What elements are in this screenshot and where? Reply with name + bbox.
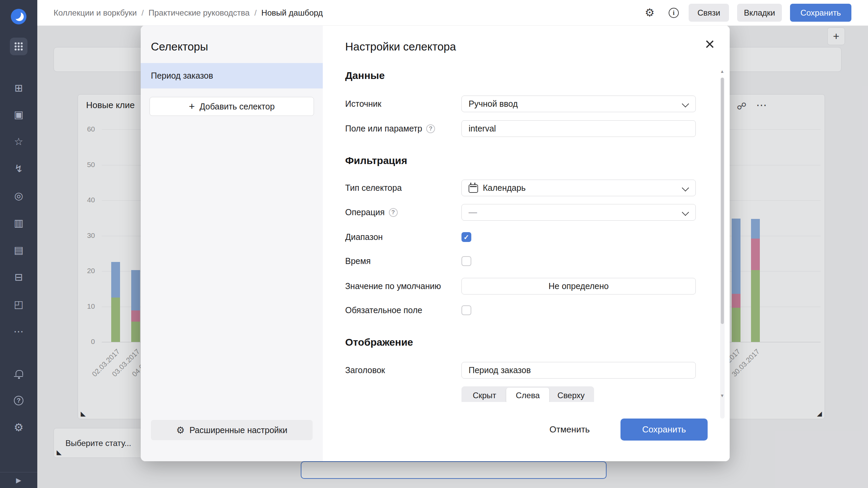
storage-icon[interactable]: ◰ <box>0 298 37 311</box>
source-select-value: Ручной ввод <box>469 99 518 109</box>
help-icon[interactable]: ? <box>389 208 398 217</box>
selector-type-select-value: Календарь <box>483 183 526 193</box>
scroll-down-icon[interactable]: ▼ <box>718 393 726 398</box>
advanced-settings-button[interactable]: ⚙ Расширенные настройки <box>151 420 313 440</box>
param-input-value: interval <box>469 124 496 134</box>
selectors-panel: Селекторы Период заказов + Добавить селе… <box>141 25 323 461</box>
time-checkbox[interactable]: ✓ <box>461 256 471 266</box>
save-selector-button-label: Сохранить <box>642 424 686 435</box>
param-label: Поле или параметр ? <box>345 120 435 137</box>
title-input-value: Период заказов <box>469 365 531 375</box>
datalens-logo-icon[interactable] <box>11 9 26 24</box>
range-label: Диапазон <box>345 229 383 245</box>
param-label-text: Поле или параметр <box>345 124 422 134</box>
operation-select-value: — <box>469 207 477 217</box>
services-icon[interactable]: ↯ <box>0 162 37 176</box>
required-label-text: Обязательное поле <box>345 305 422 315</box>
default-value-label: Значение по умолчанию <box>345 278 441 294</box>
breadcrumb-dashboard-title: Новый дашборд <box>261 8 323 18</box>
title-field-label-text: Заголовок <box>345 365 385 375</box>
placement-option-top[interactable]: Сверху <box>549 388 593 403</box>
range-checkbox[interactable]: ✓ <box>461 232 471 242</box>
favorites-icon[interactable]: ☆ <box>0 135 37 148</box>
chevron-down-icon <box>682 184 689 191</box>
more-icon[interactable]: ⋯ <box>0 325 37 338</box>
notifications-bell-icon[interactable] <box>16 370 23 376</box>
charts-icon[interactable]: ▥ <box>0 216 37 230</box>
range-label-text: Диапазон <box>345 232 383 242</box>
save-selector-button[interactable]: Сохранить <box>620 419 708 441</box>
scrollbar-thumb[interactable] <box>721 78 724 324</box>
plus-icon: + <box>189 101 195 111</box>
tabs-button[interactable]: Вкладки <box>737 4 782 22</box>
grid-menu-icon <box>15 42 23 51</box>
chevron-down-icon <box>682 100 689 107</box>
placement-option-left[interactable]: Слева <box>506 388 550 403</box>
source-select[interactable]: Ручной ввод <box>461 96 696 112</box>
breadcrumb-separator: / <box>254 8 257 18</box>
operation-select[interactable]: — <box>461 204 696 221</box>
info-icon[interactable]: i <box>669 8 679 18</box>
add-selector-button-label: Добавить селектор <box>199 102 275 111</box>
scroll-up-icon[interactable]: ▲ <box>718 69 726 74</box>
param-input[interactable]: interval <box>461 120 696 137</box>
section-filter-title: Фильтрация <box>345 155 407 167</box>
breadcrumb: Коллекции и воркбуки / Практические руко… <box>54 0 323 25</box>
scrollbar-track[interactable] <box>720 78 725 419</box>
sidebar-collapse-button[interactable]: ▶ <box>0 472 37 488</box>
top-bar: Коллекции и воркбуки / Практические руко… <box>37 0 868 26</box>
breadcrumb-workbook[interactable]: Практические руководства <box>149 8 250 18</box>
dashboard-settings-gear-icon[interactable]: ⚙ <box>643 0 656 25</box>
sidebar: ⊞ ▣ ☆ ↯ ◎ ▥ ▤ ⊟ ◰ ⋯ ? ⚙ ▶ <box>0 0 37 488</box>
time-label-text: Время <box>345 256 371 266</box>
section-data-title: Данные <box>345 69 385 82</box>
selector-type-label-text: Тип селектора <box>345 183 402 193</box>
default-value-button[interactable]: Не определено <box>461 278 696 294</box>
modal-footer: Отменить Сохранить <box>323 402 730 461</box>
selectors-panel-title: Селекторы <box>151 40 208 53</box>
settings-gear-icon[interactable]: ⚙ <box>0 421 37 434</box>
collections-icon[interactable]: ▣ <box>0 108 37 121</box>
settings-form: Данные Источник Ручной ввод Поле или пар… <box>323 25 730 461</box>
monitoring-icon[interactable]: ⊟ <box>0 270 37 284</box>
add-selector-button[interactable]: + Добавить селектор <box>150 97 314 116</box>
source-label-text: Источник <box>345 99 381 109</box>
breadcrumb-collections[interactable]: Коллекции и воркбуки <box>54 8 137 18</box>
title-input[interactable]: Период заказов <box>461 362 696 379</box>
placement-option-label: Скрыт <box>473 391 496 400</box>
default-value-label-text: Значение по умолчанию <box>345 281 441 291</box>
section-display-title: Отображение <box>345 336 413 348</box>
chevron-down-icon <box>682 209 689 216</box>
placement-option-hidden[interactable]: Скрыт <box>463 388 506 403</box>
gear-icon: ⚙ <box>176 425 185 436</box>
settings-panel: Настройки селектора × Данные Источник Ру… <box>323 25 730 461</box>
help-icon[interactable]: ? <box>14 396 23 405</box>
required-label: Обязательное поле <box>345 302 422 319</box>
relations-button[interactable]: Связи <box>689 4 729 22</box>
required-checkbox[interactable]: ✓ <box>461 305 471 315</box>
datasets-icon[interactable]: ◎ <box>0 189 37 203</box>
selector-list-item-label: Период заказов <box>151 71 213 81</box>
selector-type-label: Тип селектора <box>345 180 402 196</box>
selector-settings-modal: Селекторы Период заказов + Добавить селе… <box>141 25 730 461</box>
placement-option-label: Сверху <box>557 391 585 400</box>
save-dashboard-button-label: Сохранить <box>801 8 841 18</box>
tables-icon[interactable]: ▤ <box>0 243 37 257</box>
cancel-button[interactable]: Отменить <box>542 419 597 441</box>
time-label: Время <box>345 253 371 269</box>
placement-option-label: Слева <box>516 391 540 400</box>
operation-label: Операция ? <box>345 204 398 221</box>
advanced-settings-button-label: Расширенные настройки <box>190 425 288 435</box>
breadcrumb-separator: / <box>141 8 144 18</box>
default-value-text: Не определено <box>549 281 609 291</box>
dashboards-icon[interactable]: ⊞ <box>0 81 37 95</box>
selector-list-item[interactable]: Период заказов <box>141 63 323 88</box>
calendar-icon <box>469 184 478 193</box>
cancel-button-label: Отменить <box>550 424 590 435</box>
selector-type-select[interactable]: Календарь <box>461 180 696 196</box>
help-icon[interactable]: ? <box>426 124 435 133</box>
relations-button-label: Связи <box>697 8 720 18</box>
all-services-tile[interactable] <box>10 38 27 55</box>
save-dashboard-button[interactable]: Сохранить <box>790 4 851 22</box>
title-field-label: Заголовок <box>345 362 385 379</box>
